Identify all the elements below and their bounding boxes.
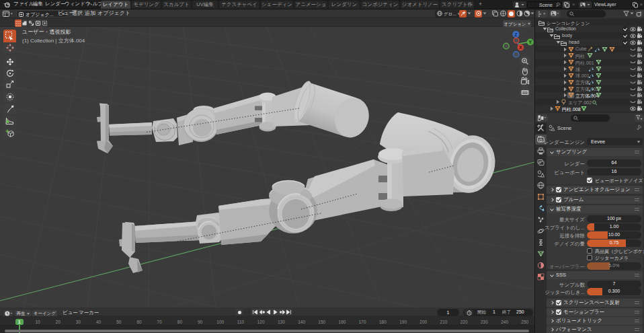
- svg-text:Z: Z: [514, 32, 518, 37]
- svg-text:X: X: [519, 45, 522, 50]
- svg-text:Y: Y: [528, 40, 532, 44]
